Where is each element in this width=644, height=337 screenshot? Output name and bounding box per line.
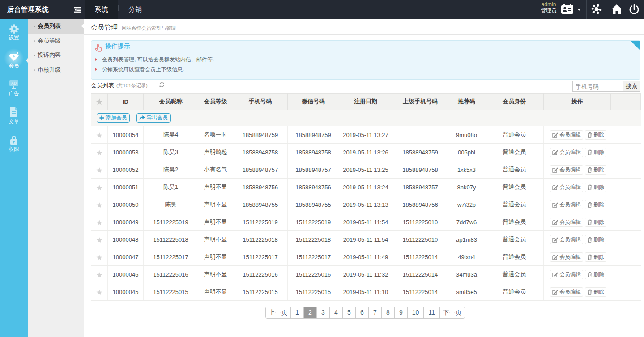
svg-text:AD: AD <box>11 81 17 85</box>
